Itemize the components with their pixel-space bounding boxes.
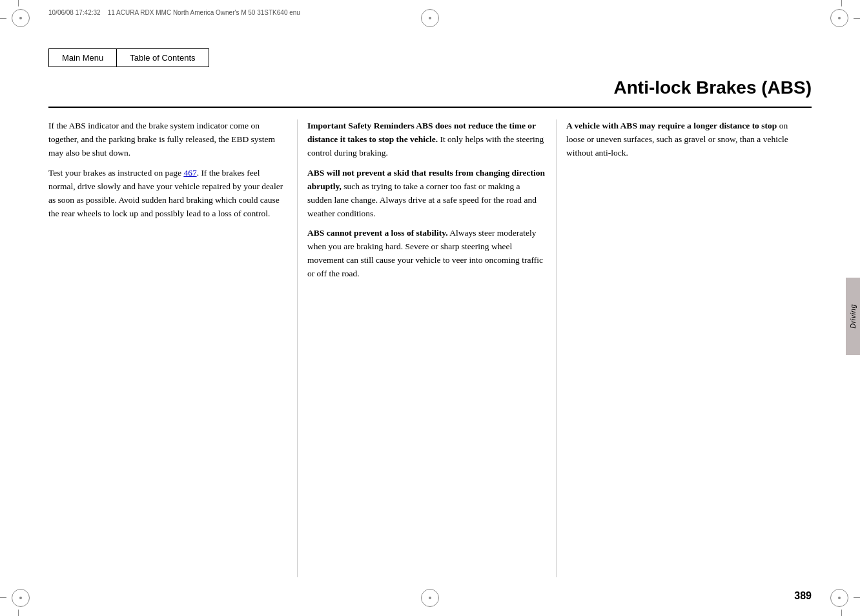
registration-target-bc xyxy=(421,589,439,607)
col2-para1: Important Safety Reminders ABS does not … xyxy=(307,119,546,160)
column-3: A vehicle with ABS may require a longer … xyxy=(560,119,812,577)
main-menu-button[interactable]: Main Menu xyxy=(48,48,116,67)
driving-tab: Driving xyxy=(846,278,860,355)
crop-mark-tr-h xyxy=(854,18,860,19)
col-divider-1 xyxy=(297,119,298,577)
crop-mark-tl-h xyxy=(0,18,6,19)
toc-button[interactable]: Table of Contents xyxy=(116,48,209,67)
title-rule xyxy=(48,107,812,108)
page-title: Anti-lock Brakes (ABS) xyxy=(613,77,812,98)
col2-para2: ABS will not prevent a skid that results… xyxy=(307,167,546,221)
page-link-467[interactable]: 467 xyxy=(183,168,196,178)
col1-para2: Test your brakes as instructed on page 4… xyxy=(48,167,287,221)
column-2: Important Safety Reminders ABS does not … xyxy=(301,119,553,577)
crop-mark-br-v xyxy=(841,610,842,616)
crop-mark-tl-v xyxy=(18,0,19,6)
crop-mark-br-h xyxy=(854,597,860,598)
registration-target-br xyxy=(830,589,848,607)
page: 10/06/08 17:42:32 11 ACURA RDX MMC North… xyxy=(0,0,860,616)
registration-target-tr xyxy=(830,9,848,27)
col-divider-2 xyxy=(556,119,557,577)
header-metadata: 10/06/08 17:42:32 11 ACURA RDX MMC North… xyxy=(48,9,300,16)
column-1: If the ABS indicator and the brake syste… xyxy=(48,119,294,577)
crop-mark-bl-h xyxy=(0,597,6,598)
page-number: 389 xyxy=(794,590,812,602)
registration-target-tl xyxy=(12,9,30,27)
nav-buttons: Main Menu Table of Contents xyxy=(48,48,209,67)
side-tab-label: Driving xyxy=(849,304,857,329)
registration-target-tc xyxy=(421,9,439,27)
crop-mark-bl-v xyxy=(18,610,19,616)
col3-para1: A vehicle with ABS may require a longer … xyxy=(566,119,805,160)
content-area: If the ABS indicator and the brake syste… xyxy=(48,119,812,577)
registration-target-bl xyxy=(12,589,30,607)
col2-para3: ABS cannot prevent a loss of stability. … xyxy=(307,227,546,281)
crop-mark-tr-v xyxy=(841,0,842,6)
col1-para1: If the ABS indicator and the brake syste… xyxy=(48,119,287,160)
